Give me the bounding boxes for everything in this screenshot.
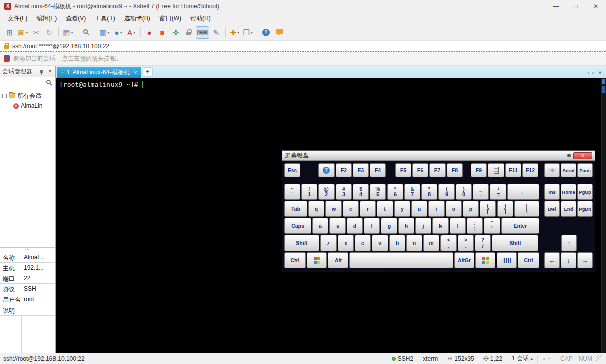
pen-icon[interactable]: ✎	[210, 26, 223, 39]
key-del[interactable]: Del	[544, 201, 560, 217]
menu-item-6[interactable]: 窗口(W)	[155, 13, 186, 24]
key-q[interactable]: q	[308, 201, 324, 217]
key-comma[interactable]: <,	[440, 235, 457, 251]
key-win-right[interactable]	[475, 252, 495, 268]
layout-icon[interactable]: ▥▾	[98, 26, 111, 39]
key-7[interactable]: &7	[404, 184, 420, 200]
key-menu[interactable]	[497, 252, 517, 268]
disconnect-icon[interactable]: ✂	[30, 26, 42, 39]
menu-item-1[interactable]: 文件(F)	[3, 13, 32, 24]
key-space[interactable]	[349, 252, 453, 268]
key-k[interactable]: k	[432, 218, 449, 234]
session-search-input[interactable]	[3, 79, 46, 86]
key-v[interactable]: v	[372, 235, 388, 251]
key-backtick[interactable]: ~`	[284, 184, 300, 200]
key-slash[interactable]: ?/	[475, 235, 491, 251]
message-icon[interactable]	[273, 26, 286, 39]
help-icon[interactable]: ?	[260, 26, 272, 39]
key-g[interactable]: g	[381, 218, 397, 234]
key-f6[interactable]: F6	[412, 163, 428, 177]
key-ctrl-left[interactable]: Ctrl	[284, 252, 306, 268]
fullscreen-icon[interactable]: ✜	[170, 26, 182, 39]
tab-almalinux[interactable]: 1 AlmaLinux-64-模板机 ×	[57, 67, 141, 78]
key-equals[interactable]: +=	[490, 184, 506, 200]
tab-scroll-left-icon[interactable]: ◂	[587, 70, 589, 75]
key-e[interactable]: e	[343, 201, 359, 217]
key-shift-right[interactable]: Shift	[492, 235, 538, 251]
sidebar-splitter[interactable]	[0, 247, 55, 252]
key-f5[interactable]: F5	[395, 163, 411, 177]
new-session-icon[interactable]: ⊞	[3, 26, 16, 39]
lock-icon[interactable]	[183, 26, 195, 39]
key-5[interactable]: %5	[370, 184, 386, 200]
key-arrow-up[interactable]: ↑	[561, 235, 577, 251]
key-h[interactable]: h	[398, 218, 414, 234]
key-t[interactable]: t	[377, 201, 393, 217]
key-paus[interactable]: Paus	[577, 163, 593, 177]
key-backspace[interactable]: ←	[507, 184, 539, 200]
key-2[interactable]: @2	[318, 184, 335, 200]
new-terminal-icon[interactable]: ▦▾	[61, 26, 74, 39]
tree-item-almalinux-session[interactable]: AlmaLin	[1, 101, 54, 111]
key-f8[interactable]: F8	[447, 163, 463, 177]
menu-item-4[interactable]: 工具(T)	[90, 13, 119, 24]
key-x[interactable]: x	[338, 235, 354, 251]
key-arrow-down[interactable]: ↓	[561, 252, 576, 268]
key-shift-left[interactable]: Shift	[284, 235, 319, 251]
key-m[interactable]: m	[423, 235, 439, 251]
key-quote[interactable]: "'	[484, 218, 500, 234]
resize-grip-icon[interactable]	[596, 355, 603, 362]
close-button[interactable]: ✕	[586, 0, 606, 12]
key-f7[interactable]: F7	[429, 163, 446, 177]
key-tab[interactable]: Tab	[284, 201, 307, 217]
key-minus[interactable]: _-	[473, 184, 489, 200]
tab-close-icon[interactable]: ×	[134, 69, 137, 75]
key-arrow-left[interactable]: ←	[544, 252, 560, 268]
key-r[interactable]: r	[360, 201, 376, 217]
key-a[interactable]: a	[312, 218, 328, 234]
key-home[interactable]: Home	[561, 184, 576, 200]
open-session-icon[interactable]: ▣▾	[16, 26, 29, 39]
window-icon[interactable]: ❐▾	[241, 26, 254, 39]
key-9[interactable]: (9	[438, 184, 455, 200]
osk-pin-icon[interactable]	[567, 154, 571, 157]
reconnect-icon[interactable]: ↻	[43, 26, 56, 39]
key-s[interactable]: s	[329, 218, 346, 234]
key-f1[interactable]	[318, 163, 335, 177]
key-f[interactable]: f	[364, 218, 380, 234]
key-period[interactable]: >.	[458, 235, 474, 251]
menu-item-3[interactable]: 查看(V)	[61, 13, 90, 24]
osk-close-button[interactable]	[573, 152, 592, 159]
log-icon[interactable]: ●	[143, 26, 156, 39]
key-4[interactable]: $4	[353, 184, 369, 200]
key-f4[interactable]: F4	[370, 163, 386, 177]
minimize-button[interactable]: —	[545, 0, 566, 12]
key-pgdn[interactable]: PgDn	[577, 201, 593, 217]
address-input[interactable]	[12, 43, 602, 50]
key-c[interactable]: c	[355, 235, 371, 251]
key-alt[interactable]: Alt	[328, 252, 348, 268]
tree-expander-icon[interactable]	[2, 94, 7, 98]
key-f9[interactable]: F9	[471, 163, 487, 177]
key-win-left[interactable]	[307, 252, 327, 268]
key-o[interactable]: o	[446, 201, 462, 217]
xagent-icon[interactable]: ■	[156, 26, 169, 39]
key-pgup[interactable]: PgUp	[577, 184, 593, 200]
key-f2[interactable]: F2	[336, 163, 352, 177]
key-end[interactable]: End	[561, 201, 576, 217]
new-tab-button[interactable]: +	[143, 67, 153, 77]
key-j[interactable]: j	[415, 218, 431, 234]
pin-icon[interactable]	[40, 70, 43, 73]
key-bracket-right[interactable]: }]	[497, 201, 513, 217]
key-prtsc[interactable]	[544, 163, 560, 177]
key-arrow-right[interactable]: →	[577, 252, 593, 268]
key-f12[interactable]: F12	[522, 163, 538, 177]
key-y[interactable]: y	[394, 201, 410, 217]
key-esc[interactable]: Esc	[284, 163, 300, 177]
key-caps[interactable]: Caps	[284, 218, 311, 234]
scrollbar-thumb[interactable]	[602, 79, 605, 84]
key-p[interactable]: p	[463, 201, 479, 217]
maximize-button[interactable]: □	[566, 0, 586, 12]
key-6[interactable]: ^6	[387, 184, 403, 200]
url-icon[interactable]: ●▾	[112, 26, 125, 39]
